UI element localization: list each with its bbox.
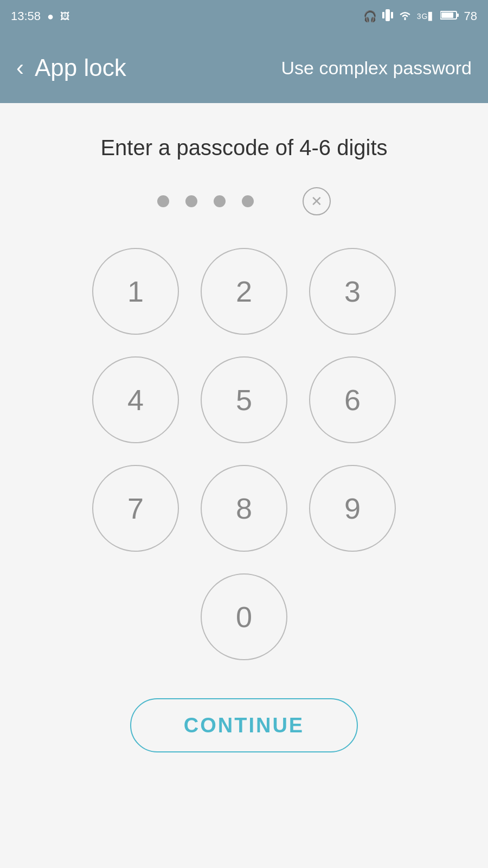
svg-rect-5: [441, 12, 453, 18]
svg-rect-2: [391, 12, 393, 18]
main-content: Enter a passcode of 4-6 digits ✕ 1 2 3 4…: [0, 103, 488, 868]
image-icon: 🖼: [60, 11, 70, 22]
passcode-dot-3: [214, 195, 226, 207]
key-5[interactable]: 5: [201, 356, 287, 443]
use-complex-password-button[interactable]: Use complex password: [281, 58, 472, 79]
passcode-dot-1: [157, 195, 169, 207]
continue-button[interactable]: CONTINUE: [130, 698, 358, 752]
key-6[interactable]: 6: [309, 356, 396, 443]
toolbar: ‹ App lock Use complex password: [0, 33, 488, 103]
svg-rect-1: [382, 12, 384, 18]
wifi-icon: [399, 10, 412, 23]
passcode-dots-row: ✕: [157, 187, 331, 215]
status-left: 13:58 ● 🖼: [11, 9, 70, 23]
key-9[interactable]: 9: [309, 465, 396, 552]
battery-percent: 78: [464, 9, 477, 23]
status-bar: 13:58 ● 🖼 🎧 3G▋ 78: [0, 0, 488, 33]
back-button[interactable]: ‹: [16, 56, 24, 79]
headphone-icon: 🎧: [363, 10, 377, 23]
passcode-prompt: Enter a passcode of 4-6 digits: [100, 136, 387, 160]
keypad: 1 2 3 4 5 6 7 8 9: [92, 248, 396, 552]
key-0[interactable]: 0: [201, 573, 287, 660]
key-7[interactable]: 7: [92, 465, 179, 552]
signal-3g-icon: 3G▋: [417, 12, 435, 21]
clear-icon: ✕: [311, 193, 323, 210]
key-3[interactable]: 3: [309, 248, 396, 335]
battery-icon: [440, 9, 459, 23]
passcode-dot-4: [242, 195, 254, 207]
svg-rect-4: [457, 14, 459, 17]
passcode-dot-2: [185, 195, 197, 207]
key-4[interactable]: 4: [92, 356, 179, 443]
vibrate-icon: [382, 9, 393, 24]
key-1[interactable]: 1: [92, 248, 179, 335]
zero-row: 0: [201, 573, 287, 660]
toolbar-title: App lock: [35, 54, 281, 81]
chat-icon: ●: [47, 10, 54, 23]
svg-rect-0: [386, 9, 390, 21]
key-2[interactable]: 2: [201, 248, 287, 335]
key-8[interactable]: 8: [201, 465, 287, 552]
status-right: 🎧 3G▋ 78: [363, 9, 477, 24]
clear-button[interactable]: ✕: [303, 187, 331, 215]
status-time: 13:58: [11, 9, 41, 23]
